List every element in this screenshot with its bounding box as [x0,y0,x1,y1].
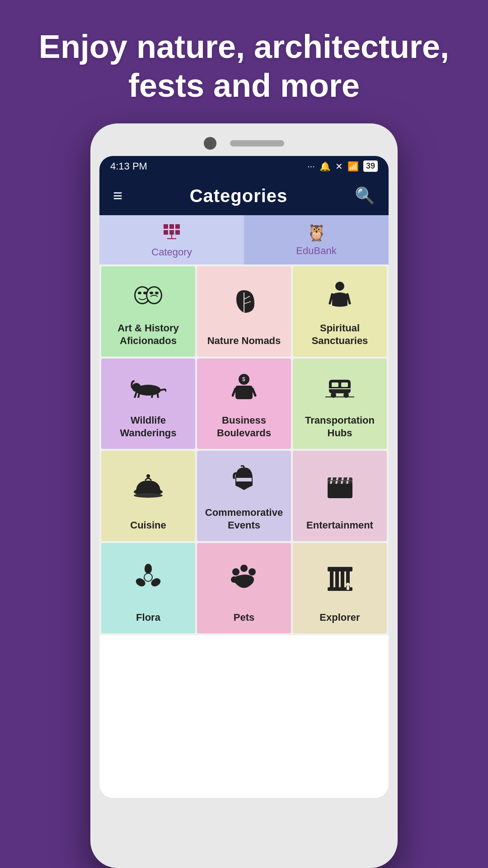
flora-label: Flora [136,611,160,624]
card-spiritual[interactable]: Spiritual Sanctuaries [293,266,387,357]
card-nature-nomads[interactable]: Nature Nomads [197,266,291,357]
camera-dot [204,137,216,150]
entertainment-icon [300,460,380,513]
app-bar: ≡ Categories 🔍 [99,177,389,215]
card-flora[interactable]: Flora [101,543,195,633]
card-transport[interactable]: Transportation Hubs [293,359,387,449]
commemorative-label: Commemorative Events [204,506,284,532]
svg-point-21 [132,383,141,392]
pets-icon [204,552,284,605]
svg-point-51 [232,568,239,576]
svg-point-14 [150,292,153,294]
battery-icon: 39 [363,160,378,172]
explorer-icon [300,552,380,605]
edubank-tab-icon: 🦉 [306,223,327,242]
sim-icon: ✕ [335,161,343,172]
svg-point-15 [155,292,159,294]
transport-icon [300,368,380,408]
wildlife-label: Wildlife Wanderings [108,414,188,440]
tab-edubank-label: EduBank [296,245,336,257]
status-time: 4:13 PM [110,160,147,172]
card-business[interactable]: $ Business Boulevards [197,359,291,449]
svg-text:$: $ [242,376,245,382]
svg-rect-58 [335,571,339,587]
svg-point-19 [335,282,344,291]
card-wildlife[interactable]: Wildlife Wanderings [101,359,195,449]
status-icons: ··· 🔔 ✕ 📶 39 [307,160,378,172]
svg-rect-5 [175,230,180,235]
svg-rect-26 [332,382,338,387]
dots-icon: ··· [307,161,315,171]
svg-point-50 [145,574,152,581]
art-history-label: Art & History Aficionados [108,322,188,348]
transport-label: Transportation Hubs [300,414,380,440]
svg-rect-24 [235,386,253,399]
svg-rect-1 [169,224,174,229]
svg-rect-56 [328,567,352,571]
category-tab-icon [163,223,181,244]
phone-device: 4:13 PM ··· 🔔 ✕ 📶 39 ≡ Categories 🔍 [90,123,398,868]
svg-rect-0 [164,224,168,229]
svg-point-34 [134,493,163,498]
business-label: Business Boulevards [204,414,284,440]
svg-rect-3 [164,230,168,235]
search-button[interactable]: 🔍 [355,186,375,205]
nature-nomads-label: Nature Nomads [207,335,281,348]
svg-point-10 [138,292,141,294]
phone-screen: 4:13 PM ··· 🔔 ✕ 📶 39 ≡ Categories 🔍 [99,156,389,798]
flora-icon [108,552,188,605]
svg-point-47 [145,564,152,573]
bell-icon: 🔔 [319,161,331,172]
tab-bar: Category 🦉 EduBank [99,215,389,264]
wifi-icon: 📶 [347,161,359,172]
svg-point-61 [346,583,350,586]
entertainment-label: Entertainment [306,519,373,532]
svg-rect-62 [347,586,349,590]
svg-point-53 [249,568,256,576]
tab-edubank[interactable]: 🦉 EduBank [244,215,389,264]
card-commemorative[interactable]: Commemorative Events [197,451,291,541]
svg-point-33 [146,474,150,478]
card-entertainment[interactable]: Entertainment [293,451,387,541]
cuisine-label: Cuisine [130,519,166,532]
phone-top-bar [99,132,389,156]
status-bar: 4:13 PM ··· 🔔 ✕ 📶 39 [99,156,389,177]
categories-grid: Art & History Aficionados Nature Nomads [99,264,389,635]
svg-rect-2 [175,224,180,229]
speaker-bar [230,140,284,146]
svg-rect-27 [341,382,348,387]
tab-category-label: Category [151,246,192,258]
art-history-icon [108,275,188,316]
cuisine-icon [108,460,188,513]
card-pets[interactable]: Pets [197,543,291,633]
svg-rect-59 [341,571,344,587]
card-art-history[interactable]: Art & History Aficionados [101,266,195,357]
business-icon: $ [204,368,284,408]
svg-rect-4 [169,230,174,235]
svg-rect-36 [328,482,352,498]
hero-text: Enjoy nature, architecture, fests and mo… [0,0,488,123]
spiritual-label: Spiritual Sanctuaries [300,322,380,348]
hamburger-menu[interactable]: ≡ [113,188,122,204]
spiritual-icon [300,275,380,316]
nature-nomads-icon [204,275,284,328]
svg-point-52 [240,565,248,572]
pets-label: Pets [234,611,254,624]
explorer-label: Explorer [319,611,360,624]
app-title: Categories [190,186,288,206]
card-explorer[interactable]: Explorer [293,543,387,633]
svg-rect-57 [330,571,333,587]
card-cuisine[interactable]: Cuisine [101,451,195,541]
commemorative-icon [204,460,284,500]
wildlife-icon [108,368,188,408]
tab-category[interactable]: Category [99,215,244,264]
svg-rect-35 [236,478,252,481]
